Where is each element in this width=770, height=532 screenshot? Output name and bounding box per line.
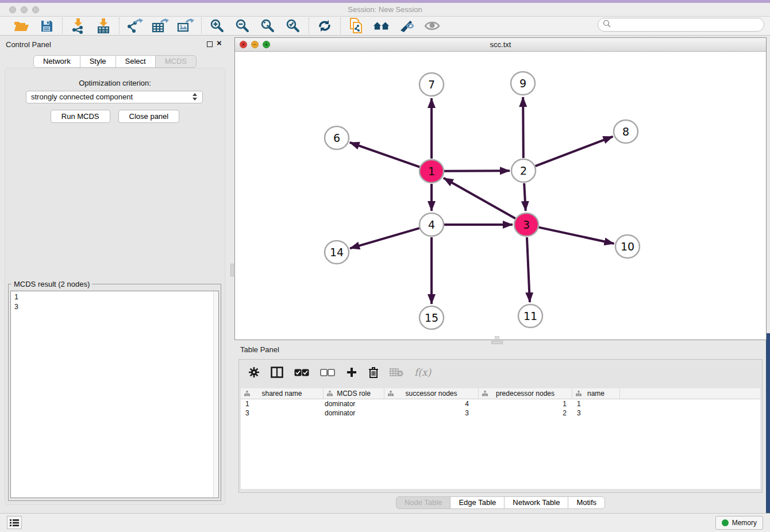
table-cell[interactable]: 1 bbox=[479, 399, 572, 408]
vertical-splitter-handle[interactable] bbox=[230, 264, 234, 276]
delete-row-icon[interactable] bbox=[368, 367, 379, 379]
graph-edge-4-14[interactable] bbox=[350, 228, 419, 248]
graph-node-14[interactable]: 14 bbox=[325, 241, 349, 264]
add-row-icon[interactable] bbox=[346, 367, 357, 378]
graph-node-10[interactable]: 10 bbox=[615, 235, 640, 258]
export-image-icon[interactable] bbox=[177, 17, 194, 34]
unselect-all-icon[interactable] bbox=[320, 369, 335, 376]
graph-edge-2-9[interactable] bbox=[523, 97, 523, 158]
column-header-predecessor-nodes[interactable]: predecessor nodes bbox=[479, 388, 572, 399]
import-table-icon[interactable] bbox=[95, 17, 112, 34]
graph-edge-3-10[interactable] bbox=[539, 228, 614, 244]
network-window-titlebar[interactable]: × − + scc.txt bbox=[235, 38, 766, 52]
tab-select[interactable]: Select bbox=[116, 55, 156, 68]
table-cell[interactable]: dominator bbox=[324, 399, 384, 408]
table-row[interactable]: 1dominator411 bbox=[241, 399, 760, 408]
graph-node-label: 7 bbox=[428, 78, 435, 91]
horizontal-splitter-handle[interactable] bbox=[491, 341, 503, 344]
node-table[interactable]: shared nameMCDS rolesuccessor nodesprede… bbox=[241, 388, 760, 489]
column-header-shared-name[interactable]: shared name bbox=[241, 388, 324, 399]
canvas-drag-handle[interactable] bbox=[495, 336, 499, 339]
table-cell[interactable]: 3 bbox=[572, 408, 620, 418]
table-cell[interactable]: 3 bbox=[241, 408, 324, 418]
graph-node-3[interactable]: 3 bbox=[514, 213, 538, 236]
show-graphics-details-icon[interactable] bbox=[424, 17, 441, 34]
tab-style[interactable]: Style bbox=[80, 55, 116, 68]
network-window-title: scc.txt bbox=[235, 40, 766, 49]
graph-node-label: 6 bbox=[333, 132, 340, 144]
graph-edge-1-6[interactable] bbox=[350, 142, 420, 167]
graph-node-2[interactable]: 2 bbox=[511, 159, 536, 182]
table-row[interactable]: 3dominator323 bbox=[241, 408, 760, 418]
tab-node-table[interactable]: Node Table bbox=[396, 496, 451, 509]
hide-graphics-details-icon[interactable] bbox=[398, 17, 415, 34]
graph-node-6[interactable]: 6 bbox=[325, 126, 349, 149]
float-panel-icon[interactable] bbox=[207, 41, 213, 47]
tab-mcds[interactable]: MCDS bbox=[155, 55, 197, 68]
table-cell[interactable]: 4 bbox=[384, 399, 479, 408]
mcds-result-area[interactable]: 1 3 bbox=[10, 291, 219, 498]
table-cell[interactable]: 1 bbox=[572, 399, 620, 408]
criterion-dropdown[interactable]: strongly connected component bbox=[26, 91, 203, 103]
zoom-selected-icon[interactable] bbox=[284, 17, 302, 34]
network-canvas[interactable]: 7968124314101511 bbox=[235, 52, 766, 340]
graph-node-15[interactable]: 15 bbox=[419, 306, 444, 329]
search-input[interactable] bbox=[611, 21, 754, 29]
graph-node-9[interactable]: 9 bbox=[511, 72, 535, 95]
column-header-successor-nodes[interactable]: successor nodes bbox=[384, 388, 479, 399]
export-network-icon[interactable] bbox=[126, 17, 144, 34]
search-box[interactable] bbox=[598, 18, 764, 32]
close-panel-icon[interactable]: × bbox=[217, 38, 222, 48]
tab-network-table[interactable]: Network Table bbox=[504, 496, 568, 509]
network-from-selection-icon[interactable] bbox=[348, 17, 365, 34]
graph-edge-2-3[interactable] bbox=[524, 183, 526, 211]
mcds-result-text: 1 3 bbox=[11, 291, 218, 313]
control-panel-tabs: Network Style Select MCDS bbox=[0, 55, 230, 68]
close-panel-button[interactable]: Close panel bbox=[118, 110, 180, 123]
window-title: Session: New Session bbox=[0, 5, 770, 14]
graph-node-8[interactable]: 8 bbox=[614, 120, 638, 143]
control-panel: Control Panel × Network Style Select MCD… bbox=[0, 36, 230, 511]
delete-table-icon bbox=[390, 368, 403, 377]
table-cell[interactable]: dominator bbox=[324, 408, 384, 418]
table-settings-icon[interactable] bbox=[248, 367, 260, 378]
graph-edge-3-1[interactable] bbox=[444, 178, 515, 218]
graph-node-label: 8 bbox=[622, 125, 629, 138]
zoom-out-icon[interactable] bbox=[234, 17, 251, 34]
tab-network[interactable]: Network bbox=[33, 55, 80, 68]
graph-edge-2-8[interactable] bbox=[536, 137, 613, 167]
graph-edge-1-2[interactable] bbox=[444, 171, 510, 171]
zoom-fit-icon[interactable] bbox=[259, 17, 276, 34]
apply-layout-icon[interactable] bbox=[316, 17, 333, 34]
result-scrollbar[interactable] bbox=[213, 291, 218, 498]
table-body: 1dominator4113dominator323 bbox=[241, 399, 760, 418]
mcds-result-group: MCDS result (2 nodes) 1 3 bbox=[8, 284, 221, 501]
run-mcds-button[interactable]: Run MCDS bbox=[51, 110, 110, 123]
graph-node-4[interactable]: 4 bbox=[419, 213, 444, 236]
table-cell[interactable]: 1 bbox=[241, 399, 324, 408]
main-toolbar bbox=[0, 17, 770, 36]
column-header-name[interactable]: name bbox=[572, 388, 620, 399]
table-cell[interactable]: 3 bbox=[384, 408, 479, 418]
column-header-MCDS-role[interactable]: MCDS role bbox=[324, 388, 384, 399]
select-all-icon[interactable] bbox=[294, 369, 309, 376]
zoom-in-icon[interactable] bbox=[209, 17, 226, 34]
graph-node-label: 10 bbox=[621, 240, 634, 253]
tab-edge-table[interactable]: Edge Table bbox=[450, 496, 505, 509]
graph-edge-3-11[interactable] bbox=[527, 237, 530, 302]
graph-node-1[interactable]: 1 bbox=[419, 160, 444, 183]
export-table-icon[interactable] bbox=[152, 17, 169, 34]
save-session-icon[interactable] bbox=[38, 17, 55, 34]
task-history-button[interactable] bbox=[7, 516, 22, 529]
control-panel-title: Control Panel bbox=[6, 40, 51, 49]
graph-node-7[interactable]: 7 bbox=[419, 73, 444, 96]
import-network-icon[interactable] bbox=[70, 17, 87, 34]
table-header-row: shared nameMCDS rolesuccessor nodesprede… bbox=[241, 388, 760, 399]
open-session-icon[interactable] bbox=[13, 17, 30, 34]
tab-motifs[interactable]: Motifs bbox=[568, 496, 605, 509]
first-neighbors-icon[interactable] bbox=[373, 17, 390, 34]
show-columns-icon[interactable] bbox=[271, 367, 283, 378]
graph-node-11[interactable]: 11 bbox=[518, 304, 542, 327]
table-cell[interactable]: 2 bbox=[479, 408, 572, 418]
memory-button[interactable]: Memory bbox=[715, 516, 763, 530]
